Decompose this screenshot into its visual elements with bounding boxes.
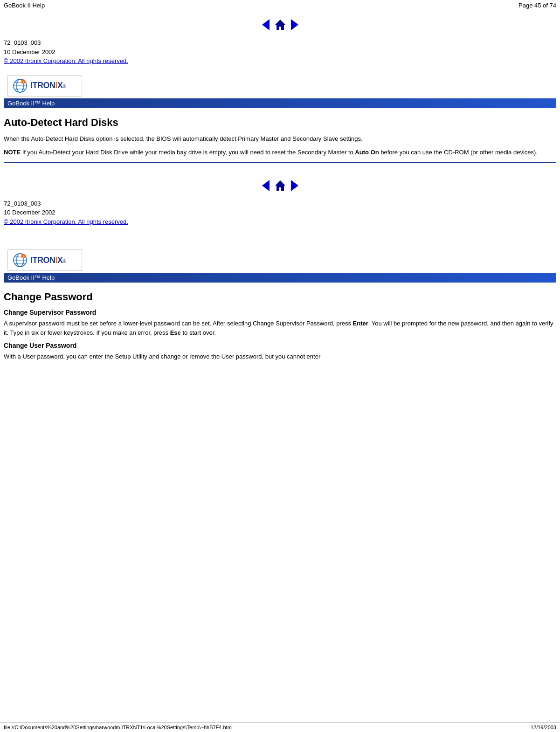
copyright-link-top[interactable]: © 2002 Itronix Corporation. All rights r… [4, 57, 128, 64]
section2-body2: With a User password, you can enter the … [4, 352, 556, 361]
note-end: before you can use the CD-ROM (or other … [379, 149, 538, 156]
svg-text:i: i [23, 80, 24, 83]
forward-arrow-top[interactable] [291, 19, 298, 30]
svg-text:i: i [23, 255, 24, 258]
footer-path: file://C:\Documents%20and%20Settings\har… [4, 725, 232, 730]
home-icon-bottom[interactable] [274, 180, 286, 192]
meta-info-bottom1: 72_0103_003 10 December 2002 © 2002 Itro… [0, 197, 560, 230]
svg-marker-8 [275, 180, 285, 191]
section-header2: GoBook II™ Help [4, 273, 556, 283]
app-title: GoBook II Help [4, 2, 45, 9]
section1-note: NOTE If you Auto-Detect your Hard Disk D… [4, 148, 556, 157]
forward-arrow-bottom[interactable] [291, 180, 298, 191]
note-label: NOTE [4, 149, 21, 156]
top-nav-arrows [0, 11, 560, 36]
section2-subtitle2: Change User Password [4, 342, 556, 349]
section1-divider [4, 162, 556, 163]
section2-bold1: Enter [353, 320, 368, 327]
meta-line2-bottom1: 10 December 2002 [4, 208, 556, 217]
meta-line2-top: 10 December 2002 [4, 48, 556, 57]
meta-line1-bottom1: 72_0103_003 [4, 199, 556, 208]
page-number: Page 45 of 74 [519, 2, 556, 9]
section2-body1: A supervisor password must be set before… [4, 319, 556, 337]
svg-marker-0 [275, 20, 285, 30]
section2-bold2: Esc [170, 329, 181, 336]
logo-text-top: ITRONIX® [30, 81, 66, 90]
note-bold: Auto On [355, 149, 379, 156]
back-arrow-bottom[interactable] [262, 180, 270, 191]
header-bar: GoBook II Help Page 45 of 74 [0, 0, 560, 11]
section2-content: Change Password Change Supervisor Passwo… [0, 283, 560, 371]
section1-title: Auto-Detect Hard Disks [4, 117, 556, 129]
section2-title: Change Password [4, 291, 556, 303]
logo-box-top: i ITRONIX® [7, 75, 82, 97]
meta-line1-top: 72_0103_003 [4, 38, 556, 48]
logo-globe-top: i [13, 78, 28, 93]
note-body: If you Auto-Detect your Hard Disk Drive … [21, 149, 355, 156]
bottom-nav-arrows [0, 172, 560, 197]
logo-section-top: i ITRONIX® GoBook II™ Help [0, 69, 560, 108]
copyright-link-bottom1[interactable]: © 2002 Itronix Corporation. All rights r… [4, 218, 128, 225]
section-header-top: GoBook II™ Help [4, 98, 556, 108]
home-icon-top[interactable] [274, 19, 286, 31]
logo-globe2: i [13, 253, 28, 268]
logo-section2: i ITRONIX® GoBook II™ Help [0, 244, 560, 283]
footer-date: 12/19/2003 [531, 725, 556, 730]
back-arrow-top[interactable] [262, 19, 270, 30]
section1-content: Auto-Detect Hard Disks When the Auto-Det… [0, 108, 560, 172]
logo-text2: ITRONIX® [30, 256, 66, 265]
spacer1 [0, 230, 560, 244]
meta-info-top: 72_0103_003 10 December 2002 © 2002 Itro… [0, 36, 560, 69]
section1-body1: When the Auto-Detect Hard Disks option i… [4, 134, 556, 144]
logo-box2: i ITRONIX® [7, 249, 82, 271]
footer-bar: file://C:\Documents%20and%20Settings\har… [0, 722, 560, 732]
section2-subtitle1: Change Supervisor Password [4, 309, 556, 316]
